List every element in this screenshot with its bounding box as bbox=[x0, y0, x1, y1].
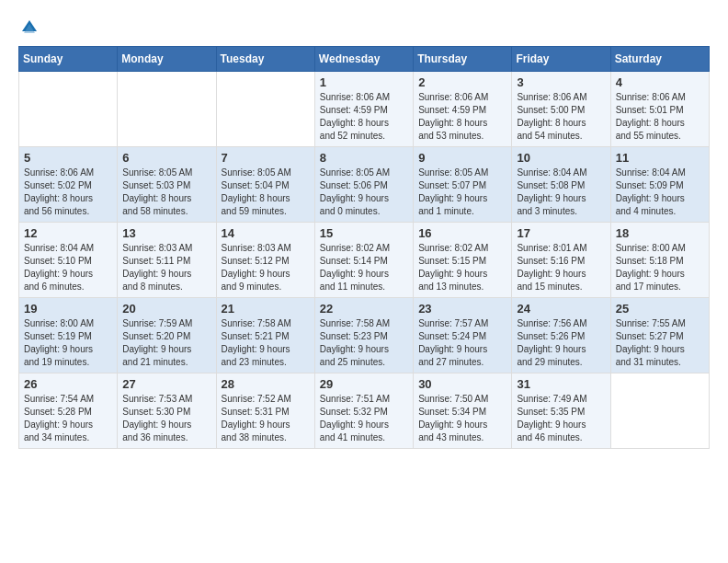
week-row-5: 26Sunrise: 7:54 AM Sunset: 5:28 PM Dayli… bbox=[19, 373, 710, 449]
day-number: 15 bbox=[320, 226, 408, 240]
week-row-4: 19Sunrise: 8:00 AM Sunset: 5:19 PM Dayli… bbox=[19, 298, 710, 373]
day-info: Sunrise: 7:57 AM Sunset: 5:24 PM Dayligh… bbox=[418, 317, 506, 369]
calendar-cell: 23Sunrise: 7:57 AM Sunset: 5:24 PM Dayli… bbox=[414, 298, 512, 373]
day-info: Sunrise: 7:56 AM Sunset: 5:26 PM Dayligh… bbox=[517, 317, 605, 369]
calendar-cell bbox=[118, 72, 216, 147]
day-info: Sunrise: 8:03 AM Sunset: 5:12 PM Dayligh… bbox=[222, 242, 310, 293]
calendar-cell: 3Sunrise: 8:06 AM Sunset: 5:00 PM Daylig… bbox=[512, 72, 610, 147]
day-number: 1 bbox=[320, 75, 408, 89]
calendar-cell: 13Sunrise: 8:03 AM Sunset: 5:11 PM Dayli… bbox=[118, 223, 216, 298]
day-info: Sunrise: 8:06 AM Sunset: 5:02 PM Dayligh… bbox=[24, 167, 112, 218]
day-info: Sunrise: 8:06 AM Sunset: 5:00 PM Dayligh… bbox=[517, 91, 605, 143]
weekday-header-friday: Friday bbox=[512, 47, 610, 72]
calendar-cell: 8Sunrise: 8:05 AM Sunset: 5:06 PM Daylig… bbox=[314, 147, 413, 223]
calendar-cell: 25Sunrise: 7:55 AM Sunset: 5:27 PM Dayli… bbox=[610, 298, 709, 373]
day-number: 29 bbox=[320, 377, 408, 391]
calendar-cell: 28Sunrise: 7:52 AM Sunset: 5:31 PM Dayli… bbox=[216, 373, 314, 449]
calendar-cell bbox=[610, 373, 709, 449]
calendar-cell: 31Sunrise: 7:49 AM Sunset: 5:35 PM Dayli… bbox=[512, 373, 610, 449]
day-info: Sunrise: 8:03 AM Sunset: 5:11 PM Dayligh… bbox=[122, 242, 210, 293]
day-number: 17 bbox=[517, 226, 605, 240]
calendar-cell: 1Sunrise: 8:06 AM Sunset: 4:59 PM Daylig… bbox=[314, 72, 413, 147]
day-info: Sunrise: 7:54 AM Sunset: 5:28 PM Dayligh… bbox=[24, 393, 112, 444]
day-number: 7 bbox=[222, 151, 310, 165]
weekday-header-thursday: Thursday bbox=[414, 47, 512, 72]
calendar-table: SundayMondayTuesdayWednesdayThursdayFrid… bbox=[18, 46, 710, 449]
logo bbox=[18, 18, 39, 37]
day-number: 11 bbox=[616, 151, 704, 165]
day-info: Sunrise: 8:02 AM Sunset: 5:14 PM Dayligh… bbox=[320, 242, 408, 293]
weekday-header-sunday: Sunday bbox=[19, 47, 118, 72]
day-info: Sunrise: 7:58 AM Sunset: 5:23 PM Dayligh… bbox=[320, 317, 408, 369]
day-info: Sunrise: 7:49 AM Sunset: 5:35 PM Dayligh… bbox=[517, 393, 605, 444]
weekday-header-monday: Monday bbox=[118, 47, 216, 72]
day-number: 4 bbox=[616, 75, 704, 89]
calendar-cell: 7Sunrise: 8:05 AM Sunset: 5:04 PM Daylig… bbox=[216, 147, 314, 223]
day-info: Sunrise: 8:06 AM Sunset: 4:59 PM Dayligh… bbox=[418, 91, 506, 143]
day-number: 21 bbox=[222, 302, 310, 316]
calendar-cell bbox=[216, 72, 314, 147]
day-info: Sunrise: 7:51 AM Sunset: 5:32 PM Dayligh… bbox=[320, 393, 408, 444]
day-number: 16 bbox=[418, 226, 506, 240]
calendar-cell: 11Sunrise: 8:04 AM Sunset: 5:09 PM Dayli… bbox=[610, 147, 709, 223]
calendar-cell: 26Sunrise: 7:54 AM Sunset: 5:28 PM Dayli… bbox=[19, 373, 118, 449]
day-info: Sunrise: 8:04 AM Sunset: 5:09 PM Dayligh… bbox=[616, 167, 704, 218]
calendar-cell: 2Sunrise: 8:06 AM Sunset: 4:59 PM Daylig… bbox=[414, 72, 512, 147]
day-number: 25 bbox=[616, 302, 704, 316]
day-info: Sunrise: 8:00 AM Sunset: 5:18 PM Dayligh… bbox=[616, 242, 704, 293]
day-number: 2 bbox=[418, 75, 506, 89]
day-info: Sunrise: 8:05 AM Sunset: 5:03 PM Dayligh… bbox=[122, 167, 210, 218]
weekday-header-saturday: Saturday bbox=[610, 47, 709, 72]
day-number: 12 bbox=[24, 226, 112, 240]
calendar-cell: 17Sunrise: 8:01 AM Sunset: 5:16 PM Dayli… bbox=[512, 223, 610, 298]
day-number: 13 bbox=[122, 226, 210, 240]
day-info: Sunrise: 7:53 AM Sunset: 5:30 PM Dayligh… bbox=[122, 393, 210, 444]
calendar-cell: 16Sunrise: 8:02 AM Sunset: 5:15 PM Dayli… bbox=[414, 223, 512, 298]
day-number: 28 bbox=[222, 377, 310, 391]
day-number: 23 bbox=[418, 302, 506, 316]
week-row-3: 12Sunrise: 8:04 AM Sunset: 5:10 PM Dayli… bbox=[19, 223, 710, 298]
calendar-cell: 24Sunrise: 7:56 AM Sunset: 5:26 PM Dayli… bbox=[512, 298, 610, 373]
calendar-cell: 22Sunrise: 7:58 AM Sunset: 5:23 PM Dayli… bbox=[314, 298, 413, 373]
day-number: 19 bbox=[24, 302, 112, 316]
day-info: Sunrise: 8:05 AM Sunset: 5:04 PM Dayligh… bbox=[222, 167, 310, 218]
week-row-2: 5Sunrise: 8:06 AM Sunset: 5:02 PM Daylig… bbox=[19, 147, 710, 223]
calendar-cell: 21Sunrise: 7:58 AM Sunset: 5:21 PM Dayli… bbox=[216, 298, 314, 373]
page-header bbox=[18, 18, 710, 37]
day-info: Sunrise: 7:52 AM Sunset: 5:31 PM Dayligh… bbox=[222, 393, 310, 444]
day-info: Sunrise: 7:55 AM Sunset: 5:27 PM Dayligh… bbox=[616, 317, 704, 369]
calendar-cell: 27Sunrise: 7:53 AM Sunset: 5:30 PM Dayli… bbox=[118, 373, 216, 449]
day-info: Sunrise: 8:04 AM Sunset: 5:08 PM Dayligh… bbox=[517, 167, 605, 218]
calendar-cell: 15Sunrise: 8:02 AM Sunset: 5:14 PM Dayli… bbox=[314, 223, 413, 298]
calendar-cell: 14Sunrise: 8:03 AM Sunset: 5:12 PM Dayli… bbox=[216, 223, 314, 298]
day-info: Sunrise: 8:05 AM Sunset: 5:06 PM Dayligh… bbox=[320, 167, 408, 218]
day-number: 20 bbox=[122, 302, 210, 316]
day-number: 9 bbox=[418, 151, 506, 165]
calendar-cell: 30Sunrise: 7:50 AM Sunset: 5:34 PM Dayli… bbox=[414, 373, 512, 449]
day-number: 31 bbox=[517, 377, 605, 391]
day-number: 24 bbox=[517, 302, 605, 316]
week-row-1: 1Sunrise: 8:06 AM Sunset: 4:59 PM Daylig… bbox=[19, 72, 710, 147]
day-number: 14 bbox=[222, 226, 310, 240]
day-info: Sunrise: 7:58 AM Sunset: 5:21 PM Dayligh… bbox=[222, 317, 310, 369]
calendar-cell: 12Sunrise: 8:04 AM Sunset: 5:10 PM Dayli… bbox=[19, 223, 118, 298]
day-number: 6 bbox=[122, 151, 210, 165]
calendar-cell: 20Sunrise: 7:59 AM Sunset: 5:20 PM Dayli… bbox=[118, 298, 216, 373]
calendar-cell: 4Sunrise: 8:06 AM Sunset: 5:01 PM Daylig… bbox=[610, 72, 709, 147]
day-number: 26 bbox=[24, 377, 112, 391]
weekday-header-wednesday: Wednesday bbox=[314, 47, 413, 72]
logo-icon bbox=[20, 18, 39, 37]
day-number: 27 bbox=[122, 377, 210, 391]
calendar-cell: 10Sunrise: 8:04 AM Sunset: 5:08 PM Dayli… bbox=[512, 147, 610, 223]
day-info: Sunrise: 8:01 AM Sunset: 5:16 PM Dayligh… bbox=[517, 242, 605, 293]
day-info: Sunrise: 8:05 AM Sunset: 5:07 PM Dayligh… bbox=[418, 167, 506, 218]
day-info: Sunrise: 8:04 AM Sunset: 5:10 PM Dayligh… bbox=[24, 242, 112, 293]
day-number: 8 bbox=[320, 151, 408, 165]
day-number: 30 bbox=[418, 377, 506, 391]
day-info: Sunrise: 8:06 AM Sunset: 4:59 PM Dayligh… bbox=[320, 91, 408, 143]
weekday-header-row: SundayMondayTuesdayWednesdayThursdayFrid… bbox=[19, 47, 710, 72]
day-info: Sunrise: 8:06 AM Sunset: 5:01 PM Dayligh… bbox=[616, 91, 704, 143]
day-info: Sunrise: 8:02 AM Sunset: 5:15 PM Dayligh… bbox=[418, 242, 506, 293]
calendar-cell: 9Sunrise: 8:05 AM Sunset: 5:07 PM Daylig… bbox=[414, 147, 512, 223]
calendar-cell: 6Sunrise: 8:05 AM Sunset: 5:03 PM Daylig… bbox=[118, 147, 216, 223]
